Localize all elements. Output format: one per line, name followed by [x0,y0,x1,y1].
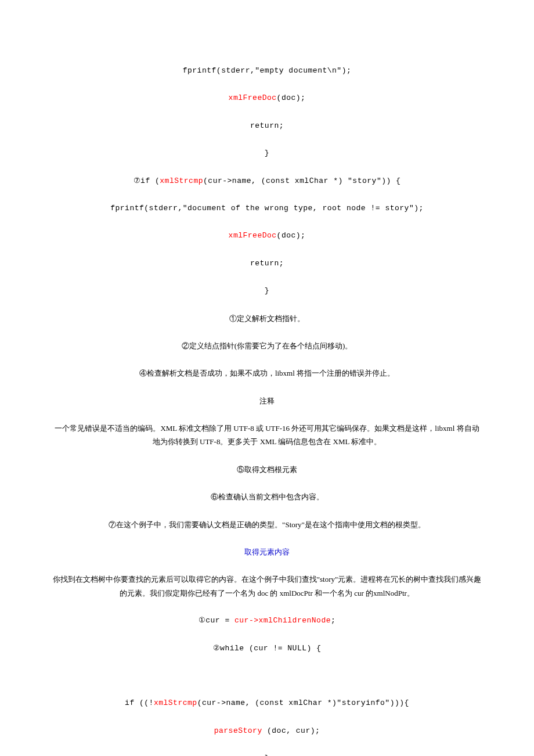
line-7: return; [52,257,482,270]
code-keyword: xmlFreeDoc [229,231,277,240]
line-11: ④检查解析文档是否成功，如果不成功，libxml 将指一个注册的错误并停止。 [52,366,482,380]
line-9: ①定义解析文档指针。 [52,312,482,325]
section-heading: 取得元素内容 [244,548,290,556]
line-21 [52,669,482,682]
text-content: ①定义解析文档指针。 [229,314,305,323]
code-keyword: xmlStrcmp [154,699,197,707]
code-text: ②while (cur != NULL) { [213,644,322,653]
code-text: if ((! [125,699,154,707]
text-content: ②定义结点指针(你需要它为了在各个结点间移动)。 [182,341,353,350]
line-10: ②定义结点指针(你需要它为了在各个结点间移动)。 [52,339,482,352]
code-text: ⑦if ( [134,177,160,185]
code-text: } [265,149,269,157]
line-13: 一个常见错误是不适当的编码。XML 标准文档除了用 UTF-8 或 UTF-16… [52,422,482,449]
text-content: 注释 [259,397,275,405]
code-text: } [265,286,269,295]
document-page: fprintf(stderr,"empty document\n");xmlFr… [0,0,534,756]
line-15: ⑥检查确认当前文档中包含内容。 [52,490,482,503]
line-4: ⑦if (xmlStrcmp(cur->name, (const xmlChar… [52,174,482,188]
code-keyword: xmlFreeDoc [229,93,277,102]
line-16: ⑦在这个例子中，我们需要确认文档是正确的类型。"Story"是在这个指南中使用文… [52,518,482,531]
line-1: xmlFreeDoc(doc); [52,91,482,105]
code-text: (doc, cur); [262,726,320,735]
code-text: ; [331,616,335,625]
code-keyword: cur->xmlChildrenNode [234,616,331,625]
line-20: ②while (cur != NULL) { [52,642,482,655]
code-text: (doc); [277,231,306,240]
text-content: 你找到在文档树中你要查找的元素后可以取得它的内容。在这个例子中我们查找"stor… [53,575,482,597]
code-keyword: parseStory [214,726,262,735]
text-content: ⑦在这个例子中，我们需要确认文档是正确的类型。"Story"是在这个指南中使用文… [109,520,425,529]
line-18: 你找到在文档树中你要查找的元素后可以取得它的内容。在这个例子中我们查找"stor… [52,573,482,600]
code-text: fprintf(stderr,"document of the wrong ty… [110,204,424,213]
line-17: 取得元素内容 [52,545,482,559]
code-text: (doc); [277,93,306,102]
code-text: (cur->name, (const xmlChar *) "story")) … [203,177,400,185]
line-2: return; [52,119,482,132]
line-24: } [52,751,482,756]
code-text: (cur->name, (const xmlChar *)"storyinfo"… [197,699,409,707]
text-content: ④检查解析文档是否成功，如果不成功，libxml 将指一个注册的错误并停止。 [139,369,395,377]
line-12: 注释 [52,394,482,408]
code-text: return; [250,259,284,268]
line-22: if ((!xmlStrcmp(cur->name, (const xmlCha… [52,696,482,710]
line-19: ①cur = cur->xmlChildrenNode; [52,614,482,627]
code-text: ①cur = [199,616,234,625]
line-6: xmlFreeDoc(doc); [52,229,482,242]
code-keyword: xmlStrcmp [160,177,203,185]
line-3: } [52,146,482,160]
line-5: fprintf(stderr,"document of the wrong ty… [52,201,482,215]
line-14: ⑤取得文档根元素 [52,463,482,476]
line-8: } [52,284,482,297]
code-text: } [265,754,269,756]
code-text: fprintf(stderr,"empty document\n"); [183,66,352,75]
text-content: ⑥检查确认当前文档中包含内容。 [211,492,324,501]
text-content: 一个常见错误是不适当的编码。XML 标准文档除了用 UTF-8 或 UTF-16… [55,424,479,446]
text-content: ⑤取得文档根元素 [237,465,297,474]
line-0: fprintf(stderr,"empty document\n"); [52,64,482,77]
line-23: parseStory (doc, cur); [52,724,482,737]
code-text: return; [250,121,284,130]
